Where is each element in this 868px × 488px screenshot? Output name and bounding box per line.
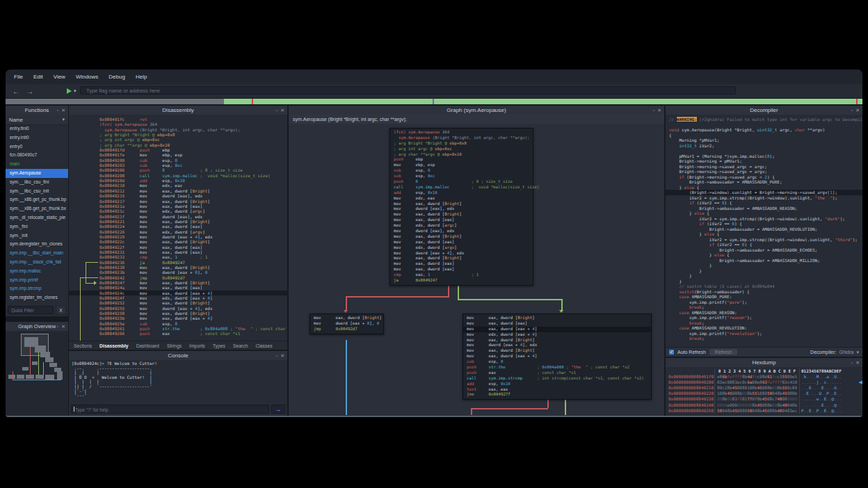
graph-minimap[interactable] (6, 331, 68, 416)
hexdump-row[interactable]: 0x000000000804920083ec0883ec0c6a08e863fe… (668, 380, 861, 385)
hexdump-row[interactable]: 0x0000000008049220108b45088b008b55108950… (668, 391, 861, 396)
hexdump-row[interactable]: 0x00000000080492400000e9900000008b45088b… (668, 402, 861, 408)
function-item[interactable]: sym.imp.__stack_chk_fail (6, 258, 68, 267)
code-line[interactable]: test eax, eax (463, 387, 651, 393)
code-line[interactable]: call sym.imp.malloc ; void *malloc(size_… (390, 185, 533, 190)
graph-titlebar[interactable]: Graph (sym.Aeropause) ▫✕ (289, 106, 664, 115)
undock-icon[interactable]: ▫ (653, 108, 654, 113)
tab-classes[interactable]: Classes (255, 343, 272, 348)
code-line[interactable]: { (666, 133, 862, 138)
debug-start-button[interactable]: ▾ (67, 88, 77, 94)
code-line[interactable]: sub esp, 8 (390, 168, 533, 174)
menu-windows[interactable]: Windows (76, 74, 98, 80)
close-icon[interactable]: ✕ (855, 108, 860, 113)
console-input[interactable]: Type "?" for help (71, 405, 269, 414)
code-line[interactable]: sub esp, 0xc (390, 174, 533, 179)
code-line[interactable]: } else { (666, 252, 862, 258)
code-line[interactable]: int32_t iVar2; (666, 143, 862, 149)
code-line[interactable]: 0x08049206 push 8 ; 8 ; size_t size (69, 168, 287, 172)
code-line[interactable]: } (666, 268, 862, 274)
disassembly-titlebar[interactable]: Disassembly ▫✕ (69, 106, 287, 115)
code-line[interactable]: iVar2 = sym.imp.strcmp((Bright->window).… (666, 237, 862, 243)
function-item[interactable]: entry0 (6, 143, 68, 152)
function-item[interactable]: sym.Aeropause (6, 169, 68, 178)
code-line[interactable]: add esp, 0x10 (390, 190, 533, 196)
undock-icon[interactable]: ▫ (276, 108, 278, 113)
code-line[interactable]: jmp 0x80492d7 (310, 327, 383, 332)
function-item[interactable]: sym.__x86.get_pc_thunk.bp (6, 195, 68, 204)
undock-icon[interactable]: ▫ (851, 108, 853, 113)
decompiler-select[interactable]: Ghidra (839, 350, 853, 355)
code-line[interactable]: push 8 ; 8 ; size_t size (390, 179, 533, 185)
code-line[interactable]: Bright->morning = pMVar1; (666, 158, 862, 164)
graph-node-else[interactable]: mov eax, dword [Bright]mov dword [eax + … (310, 314, 384, 334)
graph-node-then[interactable]: mov eax, dword [Bright]mov eax, dword [e… (463, 314, 652, 400)
code-line[interactable]: 0x08049261 push str.the ; 0x804a008 ; "t… (69, 326, 287, 331)
graph-node-entry[interactable]: (fcn) sym.Aeropause 364 sym.Aeropause (B… (389, 128, 533, 286)
hexdump-table[interactable]: 0123456789ABCDEF0123456789ABCDEF0x000000… (668, 368, 861, 416)
code-line[interactable]: ; arg Bright *Bright @ ebp+0x8 (390, 141, 533, 147)
code-line[interactable]: 0x08049215 mov dword [eax], edx (69, 193, 287, 198)
code-line[interactable]: 0x0804922f mov eax, dword [eax] (69, 245, 287, 250)
code-line[interactable]: } else { (666, 231, 862, 237)
code-line[interactable]: 0x0804921f mov dword [eax], edx (69, 214, 287, 219)
code-line[interactable]: 0x0804924f mov edx, dword [eax + 4] (69, 295, 287, 300)
function-item[interactable]: sym.imp.strcmp (6, 284, 68, 293)
code-line[interactable]: case AMBASSADOR_REASON: (666, 310, 862, 316)
code-line[interactable]: iVar2 = sym.imp.strcmp((Bright->window).… (666, 195, 862, 201)
hexdump-row[interactable]: 0x00000000080491f0e86bfeffff8b4dfcc98d61… (668, 374, 861, 380)
code-line[interactable]: mov eax, dword [Bright] (463, 348, 651, 354)
tab-search[interactable]: Search (233, 343, 248, 348)
code-line[interactable]: mov eax, dword [Bright] (390, 202, 533, 207)
code-line[interactable] (666, 122, 862, 128)
code-line[interactable]: 0x0804924c mov eax, dword [eax + 4] (69, 291, 287, 295)
code-line[interactable]: ; arg Bright *Bright @ ebp+0x8 (69, 132, 287, 137)
code-line[interactable]: } (666, 263, 862, 268)
code-line[interactable]: sym.imp.printf("reason"); (666, 315, 862, 320)
code-line[interactable]: Bright->ambassador = AMBASSADOR_ECHOES; (666, 247, 862, 253)
code-line[interactable]: mov eax, dword [Bright] (463, 338, 651, 343)
menu-help[interactable]: Help (136, 74, 147, 80)
close-icon[interactable]: ✕ (657, 108, 661, 113)
code-line[interactable]: ; arg char **argv @ ebp+0x10 (69, 143, 287, 147)
code-line[interactable]: ja 0x8049247 (390, 278, 533, 284)
function-item[interactable]: sym.__libc_csu_fini (6, 178, 68, 187)
undock-icon[interactable]: ▫ (276, 353, 278, 358)
code-line[interactable]: (fcn) sym.Aeropause 364 (69, 122, 287, 127)
console-titlebar[interactable]: Console ▫✕ (69, 351, 287, 360)
chevron-down-icon[interactable]: ▾ (74, 88, 77, 94)
code-line[interactable]: if (Bright->morning->saved_argc < 2) { (666, 174, 862, 180)
refresh-button[interactable]: Refresh (709, 349, 738, 355)
code-line[interactable]: break; (666, 304, 862, 310)
code-line[interactable]: 0x08049208 call sym.imp.malloc ; void *m… (69, 173, 287, 178)
code-line[interactable]: 0x08049221 mov eax, dword [Bright] (69, 219, 287, 224)
function-item[interactable]: sym.deregister_tm_clones (6, 240, 68, 249)
close-icon[interactable]: ✕ (855, 360, 860, 365)
tab-strings[interactable]: Strings (167, 343, 182, 348)
code-line[interactable]: mov dword [eax + 4], edx (390, 251, 533, 257)
code-line[interactable]: mov edx, dword [eax + 4] (463, 332, 651, 338)
graph-canvas[interactable]: (fcn) sym.Aeropause 364 sym.Aeropause (B… (289, 124, 664, 416)
tab-dashboard[interactable]: Dashboard (136, 343, 159, 348)
functions-panel-titlebar[interactable]: Functions ▫✕ (6, 106, 68, 115)
flag-address-input[interactable] (80, 86, 736, 95)
code-line[interactable]: 0x08049212 mov eax, dword [Bright] (69, 188, 287, 193)
close-icon[interactable]: ✕ (280, 353, 284, 358)
close-icon[interactable]: ✕ (61, 108, 65, 113)
code-line[interactable]: mov dword [eax + 4], edx (463, 343, 651, 348)
menu-view[interactable]: View (54, 74, 65, 80)
code-line[interactable]: mov eax, dword [eax] (390, 240, 533, 245)
code-line[interactable]: Bright->ambassador = AMBASSADOR_REASON; (666, 206, 862, 211)
code-line[interactable]: mov eax, dword [eax + 4] (463, 354, 651, 359)
code-line[interactable]: 0x08049236 ja 0x8049247 (69, 260, 287, 265)
decompiler-titlebar[interactable]: Decompiler ▫✕ (666, 106, 862, 115)
code-line[interactable]: } (666, 273, 862, 279)
code-line[interactable]: mov eax, dword [eax] (390, 267, 533, 273)
code-line[interactable]: 0x08049247 mov eax, dword [Bright] (69, 280, 287, 285)
code-line[interactable]: cmp eax, 1 ; 1 (390, 273, 533, 278)
code-line[interactable]: mov eax, dword [Bright] (390, 212, 533, 218)
hexdump-row[interactable]: 0x000000000804921089c28b450889108b45088b… (668, 385, 861, 391)
code-line[interactable]: 0x0804921c mov edx, dword [argc] (69, 209, 287, 213)
code-line[interactable]: mov eax, dword [Bright] (390, 234, 533, 240)
code-line[interactable]: 0x0804925b mov eax, dword [eax + 4] (69, 316, 287, 320)
